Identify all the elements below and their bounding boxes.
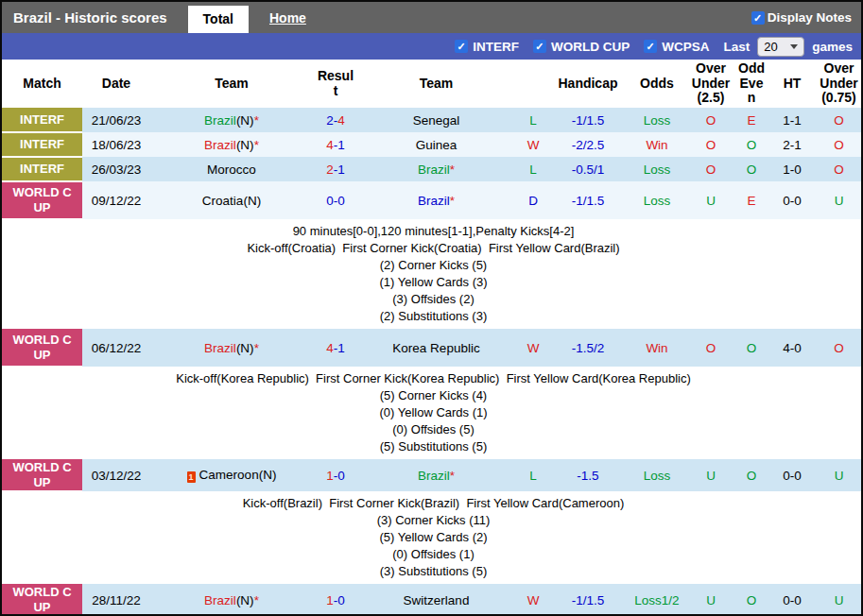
over-under-075-cell: O xyxy=(813,157,863,181)
home-team: Brazil(N)* xyxy=(204,138,259,152)
wcpsa-label: WCPSA xyxy=(662,40,709,54)
ht-cell: 2-1 xyxy=(771,132,813,157)
ht-cell: 1-0 xyxy=(771,157,813,181)
table-row: WORLD C UP09/12/22Croatia(N)0-0Brazil*D-… xyxy=(2,181,863,219)
interf-checkbox-icon[interactable] xyxy=(455,40,468,53)
filter-interf: INTERF xyxy=(455,40,519,54)
result-home-score: 1 xyxy=(326,469,334,483)
odd-even-cell: E xyxy=(732,181,771,219)
home-team-suffix: (N) xyxy=(236,138,254,152)
ht-cell: 4-0 xyxy=(771,329,813,367)
over-under-25-cell: O xyxy=(690,108,732,132)
header-odd-even: Odd Eve n xyxy=(732,60,771,108)
wld-cell: W xyxy=(514,132,552,157)
over-under-25-cell: O xyxy=(690,132,732,157)
date-cell: 21/06/23 xyxy=(82,108,150,132)
away-team: Brazil* xyxy=(418,469,455,483)
note-line: (2) Substitutions (3) xyxy=(2,308,863,325)
odd-even-cell: O xyxy=(732,329,771,367)
header-handicap: Handicap xyxy=(552,60,624,108)
table-row: INTERF21/06/23Brazil(N)*2-4SenegalL-1/1.… xyxy=(2,108,863,132)
date-cell: 09/12/22 xyxy=(82,181,150,219)
filter-bar: INTERF WORLD CUP WCPSA Last 20 games xyxy=(2,33,861,60)
result-cell: 2-1 xyxy=(313,157,358,181)
home-team: Brazil(N)* xyxy=(204,113,259,128)
over-under-25-cell: U xyxy=(690,459,732,491)
note-line: Kick-off(Brazil) First Corner Kick(Brazi… xyxy=(2,495,863,512)
home-team-cell: Brazil(N)* xyxy=(150,132,313,157)
away-team: Brazil* xyxy=(418,163,455,177)
ht-cell: 1-1 xyxy=(771,108,813,132)
handicap-cell: -1/1.5 xyxy=(552,108,624,132)
result-away-score: 1 xyxy=(337,341,345,355)
odds-cell: Loss xyxy=(624,181,690,219)
note-line: Kick-off(Croatia) First Corner Kick(Croa… xyxy=(2,240,863,257)
filter-worldcup: WORLD CUP xyxy=(533,40,630,54)
table-row: INTERF26/03/23Morocco2-1Brazil*L-0.5/1Lo… xyxy=(2,157,863,181)
away-team: Guinea xyxy=(416,138,457,152)
ht-cell: 0-0 xyxy=(771,181,813,219)
result-home-score: 0 xyxy=(326,194,334,208)
display-notes-checkbox-icon[interactable] xyxy=(751,11,765,25)
away-team-name: Brazil xyxy=(418,194,450,208)
note-line: (0) Yellow Cards (1) xyxy=(2,404,863,421)
match-league-cell: WORLD C UP xyxy=(2,459,82,491)
home-team-name: Brazil xyxy=(204,341,236,355)
chevron-down-icon xyxy=(790,44,798,49)
header-odds: Odds xyxy=(624,60,690,108)
worldcup-checkbox-icon[interactable] xyxy=(533,40,546,53)
wld-cell: L xyxy=(514,459,552,491)
notes-cell: 90 minutes[0-0],120 minutes[1-1],Penalty… xyxy=(2,219,863,329)
tab-home[interactable]: Home xyxy=(269,10,306,26)
last-label: Last xyxy=(723,40,750,54)
table-row: WORLD C UP06/12/22Brazil(N)*4-1Korea Rep… xyxy=(2,329,863,367)
tab-total[interactable]: Total xyxy=(188,6,249,33)
handicap-cell: -1.5/2 xyxy=(552,329,624,367)
home-team-suffix: (N) xyxy=(236,341,254,355)
header-wld xyxy=(514,60,552,108)
header-date: Date xyxy=(82,60,150,108)
notes-cell: Kick-off(Brazil) First Corner Kick(Brazi… xyxy=(2,491,863,584)
odds-cell: Loss1/2 xyxy=(624,584,690,616)
result-home-score: 2 xyxy=(326,163,334,177)
header-ht: HT xyxy=(771,60,813,108)
display-notes-label: Display Notes xyxy=(768,10,852,25)
home-team-suffix: (N) xyxy=(236,593,254,607)
home-team-name: Croatia xyxy=(202,194,244,208)
wld-cell: D xyxy=(514,181,552,219)
result-away-score: 0 xyxy=(337,194,345,208)
date-cell: 26/03/23 xyxy=(82,157,150,181)
note-line: (0) Offsides (5) xyxy=(2,421,863,438)
handicap-cell: -0.5/1 xyxy=(552,157,624,181)
table-row: WORLD C UP28/11/22Brazil(N)*1-0Switzerla… xyxy=(2,584,863,616)
away-team-cell: Brazil* xyxy=(358,459,514,491)
odd-even-cell: E xyxy=(732,108,771,132)
away-team-cell: Korea Republic xyxy=(358,329,514,367)
home-team-name: Brazil xyxy=(204,593,236,607)
result-home-score: 2 xyxy=(326,113,334,128)
note-line: 90 minutes[0-0],120 minutes[1-1],Penalty… xyxy=(2,223,863,240)
over-under-075-cell: O xyxy=(813,329,863,367)
away-team-name: Korea Republic xyxy=(392,341,479,355)
odds-cell: Loss xyxy=(624,459,690,491)
away-team-star: * xyxy=(450,163,455,177)
result-home-score: 4 xyxy=(326,138,334,152)
home-team-cell: Croatia(N) xyxy=(150,181,313,219)
header-match: Match xyxy=(2,60,82,108)
away-team: Korea Republic xyxy=(392,341,479,355)
home-team-suffix: (N) xyxy=(243,194,261,208)
result-away-score: 4 xyxy=(337,113,345,128)
table-row: WORLD C UP03/12/22Cameroon(N)1-0Brazil*L… xyxy=(2,459,863,491)
away-team-cell: Senegal xyxy=(358,108,514,132)
away-team-star: * xyxy=(450,469,455,483)
handicap-cell: -2/2.5 xyxy=(552,132,624,157)
date-cell: 06/12/22 xyxy=(82,329,150,367)
last-games-select[interactable]: 20 xyxy=(757,37,804,57)
match-league-cell: WORLD C UP xyxy=(2,584,82,616)
result-cell: 4-1 xyxy=(313,329,358,367)
wcpsa-checkbox-icon[interactable] xyxy=(644,40,657,53)
filter-wcpsa: WCPSA xyxy=(644,40,709,54)
handicap-cell: -1/1.5 xyxy=(552,181,624,219)
home-team-star: * xyxy=(254,341,259,355)
last-games-control: Last 20 games xyxy=(723,37,853,57)
